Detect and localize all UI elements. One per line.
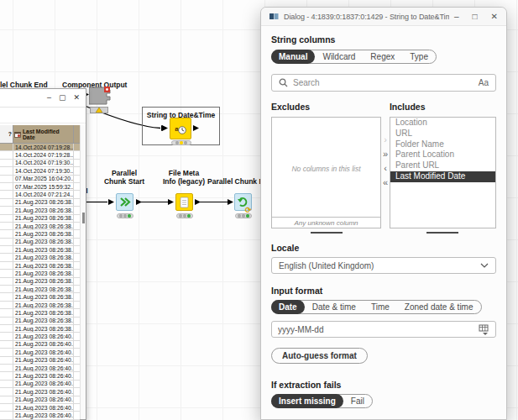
column-header-label: Last Modified Date (23, 129, 73, 140)
table-row[interactable]: 21.Aug.2023 08:26:40.... (0, 381, 80, 388)
row-cell-empty (74, 183, 80, 190)
move-all-left-button[interactable]: « (383, 178, 388, 186)
row-cell-partial (0, 207, 13, 213)
segment-option[interactable]: Type (402, 50, 436, 63)
row-cell-partial (0, 239, 13, 245)
row-cell-date: 21.Aug.2023 08:26:40.... (13, 365, 74, 371)
includes-list[interactable]: LocationURLFolder NameParent LocationPar… (390, 117, 496, 228)
table-row[interactable]: 21.Aug.2023 08:26:40.... (0, 388, 80, 396)
table-row[interactable]: 14.Oct.2024 07:19:28.... (0, 151, 80, 159)
table-row[interactable]: 21.Aug.2023 08:26:38.... (0, 278, 80, 286)
row-cell-partial (0, 199, 13, 206)
table-row[interactable]: 07.Mar.2025 16:04:20.... (0, 176, 80, 183)
table-row[interactable]: 21.Aug.2023 08:26:40.... (0, 372, 80, 380)
node-string-to-datetime[interactable]: a (170, 118, 191, 139)
table-row[interactable]: 14.Oct.2024 07:19:28.... (0, 144, 80, 151)
scrollbar-thumb[interactable] (82, 213, 85, 223)
table-row[interactable]: 21.Aug.2023 08:26:38.... (0, 325, 80, 333)
format-picker-icon[interactable] (479, 324, 489, 335)
any-unknown-column-row[interactable]: Any unknown column (272, 217, 380, 228)
segment-option[interactable]: Manual (271, 50, 315, 64)
segment-option[interactable]: Zoned date & time (397, 301, 481, 313)
segment-option[interactable]: Regex (363, 50, 402, 63)
excludes-resize-handle[interactable] (311, 232, 343, 234)
table-row[interactable]: 21.Aug.2023 08:26:38.... (0, 215, 80, 223)
move-left-button[interactable]: ‹ (384, 164, 387, 172)
close-button[interactable]: ✕ (73, 94, 80, 102)
segment-option[interactable]: Time (364, 301, 397, 313)
row-cell-partial (0, 309, 13, 316)
segment-option[interactable]: Insert missing (271, 394, 343, 408)
if-extraction-fails-label: If extraction fails (271, 380, 496, 390)
segment-option[interactable]: Fail (343, 395, 372, 407)
table-row[interactable]: 21.Aug.2023 08:26:40.... (0, 412, 80, 419)
table-row[interactable]: 21.Aug.2023 08:26:38.... (0, 254, 80, 261)
row-cell-partial (0, 318, 13, 324)
includes-list-item[interactable]: Folder Name (390, 139, 495, 150)
table-row[interactable]: 14.Oct.2024 07:19:30.... (0, 160, 80, 167)
segment-option[interactable]: Wildcard (315, 50, 363, 63)
table-row[interactable]: 21.Aug.2023 08:26:38.... (0, 286, 80, 293)
row-cell-empty (74, 239, 80, 245)
status-dot-red (238, 214, 241, 218)
table-row[interactable]: 21.Aug.2023 08:26:38.... (0, 262, 80, 270)
minimize-button[interactable]: – (454, 13, 459, 21)
auto-guess-format-button[interactable]: Auto-guess format (271, 348, 368, 364)
maximize-button[interactable]: ▢ (59, 94, 66, 102)
table-window-titlebar[interactable]: – ▢ ✕ (0, 89, 86, 108)
table-row[interactable]: 21.Aug.2023 08:26:38.... (0, 239, 80, 246)
includes-resize-handle[interactable] (426, 232, 458, 234)
includes-list-item[interactable]: Parent Location (390, 150, 495, 160)
table-scrollbar[interactable] (80, 125, 86, 419)
table-row[interactable]: 21.Aug.2023 08:26:40.... (0, 396, 80, 404)
close-button[interactable]: ✕ (491, 13, 498, 21)
excludes-list[interactable]: No columns in this list Any unknown colu… (271, 117, 381, 228)
row-cell-partial (0, 349, 13, 355)
dialog-titlebar[interactable]: Dialog - 4:1839:0:1837:0:1429 - String t… (261, 8, 506, 26)
maximize-button[interactable]: □ (473, 13, 478, 21)
table-row[interactable]: 21.Aug.2023 08:26:40.... (0, 333, 80, 340)
search-input[interactable] (293, 78, 474, 87)
table-row[interactable]: 21.Aug.2023 08:26:38.... (0, 207, 80, 214)
table-row[interactable]: 21.Aug.2023 08:26:38.... (0, 302, 80, 309)
locale-select[interactable]: English (United Kingdom) (271, 257, 496, 274)
format-pattern-input[interactable] (278, 325, 479, 334)
table-row[interactable]: 21.Aug.2023 08:26:40.... (0, 365, 80, 372)
table-row[interactable]: 21.Aug.2023 08:26:38.... (0, 246, 80, 254)
table-row[interactable]: 21.Aug.2023 08:26:38.... (0, 309, 80, 317)
table-row[interactable]: 21.Aug.2023 08:26:40.... (0, 349, 80, 356)
table-row[interactable]: 21.Aug.2023 08:26:38.... (0, 270, 80, 277)
row-cell-empty (74, 286, 80, 292)
column-header-last-modified-date[interactable]: Last Modified Date (13, 125, 74, 143)
column-header-partial[interactable]: ? (0, 125, 13, 143)
status-dot-green (184, 141, 187, 144)
includes-list-item[interactable]: URL (390, 129, 495, 139)
table-row[interactable]: 14.Oct.2024 07:21:24.... (0, 191, 80, 198)
table-row[interactable]: 21.Aug.2023 08:26:38.... (0, 293, 80, 301)
includes-list-item[interactable]: Last Modified Date (390, 171, 495, 182)
includes-list-item[interactable]: Location (390, 118, 495, 129)
node-parallel-chunk-start[interactable] (116, 193, 133, 211)
segment-option[interactable]: Date (271, 300, 305, 314)
node-component-output[interactable] (89, 87, 113, 109)
table-row[interactable]: 21.Aug.2023 08:26:40.... (0, 341, 80, 349)
table-row[interactable]: 07.Mar.2025 15:59:32.... (0, 183, 80, 191)
table-row[interactable]: 21.Aug.2023 08:26:38.... (0, 199, 80, 207)
table-row[interactable]: 21.Aug.2023 08:26:40.... (0, 404, 80, 412)
table-row[interactable]: 21.Aug.2023 08:26:38.... (0, 223, 80, 230)
minimize-button[interactable]: – (47, 94, 51, 102)
row-cell-date: 14.Oct.2024 07:19:30.... (13, 160, 74, 166)
node-file-meta-info[interactable] (175, 193, 193, 211)
segment-option[interactable]: Date & time (305, 301, 364, 313)
match-case-toggle[interactable]: Aa (479, 78, 489, 87)
move-all-right-button[interactable]: » (383, 150, 388, 158)
search-box[interactable]: Aa (271, 74, 496, 92)
row-cell-empty (74, 215, 80, 222)
table-row[interactable]: 21.Aug.2023 08:26:40.... (0, 357, 80, 365)
format-pattern-field[interactable] (271, 321, 496, 338)
includes-list-item[interactable]: Parent URL (390, 160, 495, 171)
table-row[interactable]: 21.Aug.2023 08:26:38.... (0, 318, 80, 325)
move-right-button[interactable]: › (384, 135, 387, 144)
table-row[interactable]: 14.Oct.2024 07:19:30.... (0, 167, 80, 175)
table-row[interactable]: 21.Aug.2023 08:26:38.... (0, 230, 80, 238)
